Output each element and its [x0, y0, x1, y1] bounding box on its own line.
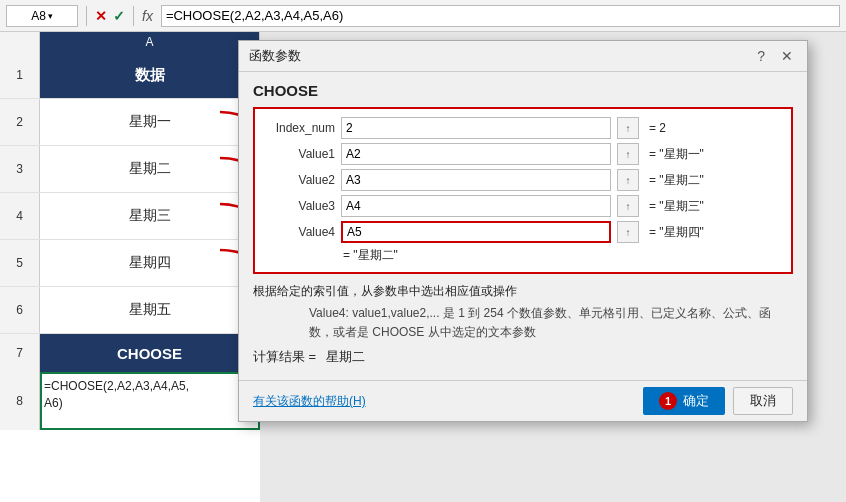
- formula-bar: A8 ▾ ✕ ✓ fx: [0, 0, 846, 32]
- param-result-value4: = "星期四": [649, 224, 704, 241]
- param-row-value2: Value2 ↑ = "星期二": [263, 169, 783, 191]
- param-input-value3[interactable]: [341, 195, 611, 217]
- cell-a7[interactable]: CHOOSE: [40, 334, 260, 372]
- formula-result-value: = "星期二": [343, 247, 398, 264]
- cell-a1[interactable]: 数据: [40, 52, 260, 98]
- description-detail-text: Value4: value1,value2,... 是 1 到 254 个数值参…: [253, 304, 793, 342]
- param-row-index-num: Index_num ↑ = 2: [263, 117, 783, 139]
- row-num-8: 8: [0, 372, 40, 430]
- params-box: Index_num ↑ = 2 Value1 ↑ = "星期一" Value2 …: [253, 107, 793, 274]
- footer-buttons: 1 确定 取消: [643, 387, 793, 415]
- cancel-icon[interactable]: ✕: [95, 8, 107, 24]
- dropdown-icon[interactable]: ▾: [48, 11, 53, 21]
- param-input-value2[interactable]: [341, 169, 611, 191]
- grid-row-8: 8 =CHOOSE(2,A2,A3,A4,A5,A6): [0, 372, 260, 430]
- param-label-value3: Value3: [263, 199, 335, 213]
- param-input-value4[interactable]: [341, 221, 611, 243]
- cell-a5[interactable]: 星期四: [40, 240, 260, 286]
- param-row-value4: Value4 ↑ = "星期四": [263, 221, 783, 243]
- grid-area: A 1 数据 2 星期一 3 星期二 4 星期三 5 星期四 6 星期五 7 C…: [0, 32, 260, 502]
- grid-row-7: 7 CHOOSE: [0, 334, 260, 372]
- param-ref-btn-value3[interactable]: ↑: [617, 195, 639, 217]
- formula-bar-separator: [86, 6, 87, 26]
- param-result-value2: = "星期二": [649, 172, 704, 189]
- param-result-value3: = "星期三": [649, 198, 704, 215]
- dialog-title-icons: ? ✕: [753, 48, 797, 64]
- row-num-2: 2: [0, 99, 40, 145]
- param-row-value3: Value3 ↑ = "星期三": [263, 195, 783, 217]
- param-label-value2: Value2: [263, 173, 335, 187]
- formula-input[interactable]: [161, 5, 840, 27]
- description-area: 根据给定的索引值，从参数串中选出相应值或操作: [253, 282, 793, 300]
- calc-result-label: 计算结果 =: [253, 349, 316, 364]
- fx-label: fx: [142, 8, 153, 24]
- grid-row-6: 6 星期五: [0, 287, 260, 334]
- row-num-7: 7: [0, 334, 40, 372]
- cell-a3[interactable]: 星期二: [40, 146, 260, 192]
- grid-row-1: 1 数据: [0, 52, 260, 99]
- param-label-value4: Value4: [263, 225, 335, 239]
- formula-result-row: = "星期二": [263, 247, 783, 264]
- row-num-4: 4: [0, 193, 40, 239]
- cell-ref-value: A8: [31, 9, 46, 23]
- cell-ref-box[interactable]: A8 ▾: [6, 5, 78, 27]
- dialog-footer: 有关该函数的帮助(H) 1 确定 取消: [239, 380, 807, 421]
- help-link[interactable]: 有关该函数的帮助(H): [253, 393, 366, 410]
- grid-row-2: 2 星期一: [0, 99, 260, 146]
- param-row-value1: Value1 ↑ = "星期一": [263, 143, 783, 165]
- formula-bar-icons: ✕ ✓: [95, 8, 125, 24]
- col-header-a: A: [40, 32, 260, 52]
- formula-bar-separator2: [133, 6, 134, 26]
- dialog-close-icon[interactable]: ✕: [777, 48, 797, 64]
- confirm-badge: 1: [659, 392, 677, 410]
- cell-a2[interactable]: 星期一: [40, 99, 260, 145]
- confirm-label: 确定: [683, 392, 709, 410]
- param-ref-btn-value4[interactable]: ↑: [617, 221, 639, 243]
- confirm-button[interactable]: 1 确定: [643, 387, 725, 415]
- dialog-func-name: CHOOSE: [253, 82, 793, 99]
- calc-result-row: 计算结果 = 星期二: [253, 348, 793, 366]
- row-num-3: 3: [0, 146, 40, 192]
- grid-row-3: 3 星期二: [0, 146, 260, 193]
- calc-result-value: 星期二: [326, 349, 365, 364]
- col-header-row: A: [0, 32, 260, 52]
- param-result-value1: = "星期一": [649, 146, 704, 163]
- param-label-index-num: Index_num: [263, 121, 335, 135]
- dialog-help-icon[interactable]: ?: [753, 48, 769, 64]
- param-input-value1[interactable]: [341, 143, 611, 165]
- row-num-1: 1: [0, 52, 40, 98]
- cell-a8[interactable]: =CHOOSE(2,A2,A3,A4,A5,A6): [40, 372, 260, 430]
- param-input-index-num[interactable]: [341, 117, 611, 139]
- row-num-6: 6: [0, 287, 40, 333]
- param-ref-btn-value1[interactable]: ↑: [617, 143, 639, 165]
- param-result-index-num: = 2: [649, 121, 666, 135]
- param-ref-btn-index-num[interactable]: ↑: [617, 117, 639, 139]
- cell-a4[interactable]: 星期三: [40, 193, 260, 239]
- cell-a6[interactable]: 星期五: [40, 287, 260, 333]
- description-title-text: 根据给定的索引值，从参数串中选出相应值或操作: [253, 284, 517, 298]
- param-label-value1: Value1: [263, 147, 335, 161]
- corner-cell: [0, 32, 40, 52]
- param-ref-btn-value2[interactable]: ↑: [617, 169, 639, 191]
- grid-row-5: 5 星期四: [0, 240, 260, 287]
- row-num-5: 5: [0, 240, 40, 286]
- dialog-body: CHOOSE Index_num ↑ = 2 Value1 ↑ = "星期一" …: [239, 72, 807, 380]
- function-params-dialog: 函数参数 ? ✕ CHOOSE Index_num ↑ = 2 Value1 ↑…: [238, 40, 808, 422]
- dialog-titlebar: 函数参数 ? ✕: [239, 41, 807, 72]
- confirm-icon[interactable]: ✓: [113, 8, 125, 24]
- dialog-title-text: 函数参数: [249, 47, 301, 65]
- grid-row-4: 4 星期三: [0, 193, 260, 240]
- cancel-button[interactable]: 取消: [733, 387, 793, 415]
